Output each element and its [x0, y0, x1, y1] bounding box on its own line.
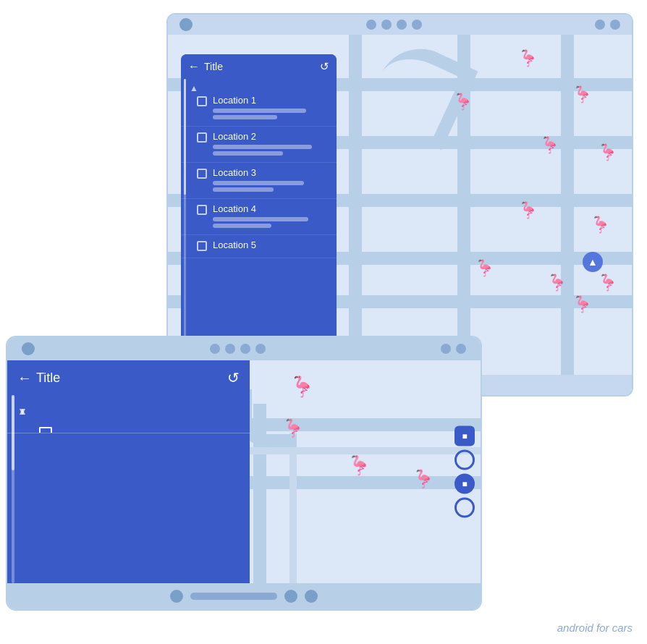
item-line-1	[213, 109, 306, 113]
back-icon[interactable]: ←	[188, 60, 200, 73]
small-panel-header-left: ← Title	[17, 370, 60, 386]
dot	[225, 344, 235, 354]
flamingo-icon: 🦩	[453, 93, 473, 111]
road	[246, 447, 481, 454]
item-content: Location 2	[213, 131, 329, 158]
dot	[610, 20, 620, 30]
item-checkbox[interactable]	[197, 96, 207, 106]
flamingo-icon: 🦩	[572, 295, 592, 314]
item-title: Location 4	[213, 203, 329, 214]
item-content: Location 5	[213, 240, 329, 253]
item-checkbox[interactable]	[197, 205, 207, 215]
flamingo-icon: 🦩	[289, 375, 315, 399]
list-item[interactable]: Location 1	[181, 90, 337, 127]
refresh-icon[interactable]: ↺	[227, 369, 240, 386]
item-title: Location 1	[213, 95, 329, 106]
brand-label: android for cars	[557, 622, 633, 634]
dot	[441, 344, 451, 354]
scroll-thumb	[184, 79, 186, 195]
large-panel-list[interactable]: ▲ Location 1 Location 2	[181, 79, 337, 368]
item-checkbox[interactable]	[197, 132, 207, 143]
dot	[170, 590, 183, 603]
small-panel-title: Title	[36, 370, 60, 386]
flamingo-icon: 🦩	[347, 454, 371, 477]
dot	[381, 20, 392, 30]
flamingo-icon: 🦩	[540, 136, 559, 155]
small-device-top-bar	[7, 337, 481, 360]
top-bar-dots-center	[366, 20, 422, 30]
item-line-2	[213, 115, 277, 119]
refresh-icon[interactable]: ↺	[320, 60, 329, 73]
list-item[interactable]: Location 3	[181, 163, 337, 199]
item-line-1	[213, 145, 312, 149]
large-device-top-bar	[168, 14, 632, 35]
list-item[interactable]: Location 2	[181, 127, 337, 163]
chevron-up-icon: ▲	[190, 83, 198, 93]
road	[289, 433, 297, 583]
top-bar-dots-right	[441, 344, 466, 354]
list-item[interactable]: Location 5	[181, 235, 337, 258]
dot	[412, 20, 422, 30]
dot	[22, 342, 35, 355]
dot	[595, 20, 605, 30]
flamingo-icon: 🦩	[518, 49, 538, 68]
dot	[210, 344, 220, 354]
dot	[255, 344, 266, 354]
small-device: 🦩 🦩 🦩 🦩 ▲ ■ ■ ← Title ↺	[6, 336, 482, 611]
item-checkbox[interactable]	[197, 169, 207, 179]
item-content: Location 1	[213, 95, 329, 122]
small-panel: ← Title ↺ ▲ Location 1	[7, 360, 250, 583]
large-panel: ← Title ↺ ▲ Location 1	[181, 54, 337, 368]
small-device-bottom-bar	[7, 583, 481, 609]
flamingo-icon: 🦩	[591, 216, 610, 234]
scroll-indicator	[184, 79, 186, 368]
item-line-2	[213, 187, 274, 192]
list-item[interactable]: Location 3	[7, 418, 250, 433]
list-item[interactable]: Location 4	[181, 199, 337, 235]
large-panel-header: ← Title ↺	[181, 54, 337, 79]
item-title: Location 2	[213, 131, 329, 142]
item-line-2	[213, 224, 271, 228]
item-line-1	[213, 181, 304, 185]
item-line-1	[213, 217, 308, 221]
item-title: Location 3	[213, 167, 329, 178]
nav-up-button[interactable]: ▲	[583, 252, 603, 272]
large-panel-header-left: ← Title	[188, 60, 223, 73]
small-panel-list[interactable]: ▲ Location 1 Location 2	[7, 395, 250, 583]
back-icon[interactable]: ←	[17, 370, 32, 386]
circle-button-2[interactable]: ■	[454, 474, 475, 494]
right-controls: ■ ■	[454, 426, 475, 518]
dot	[240, 344, 250, 354]
item-content: Location 4	[213, 203, 329, 230]
dot	[366, 20, 376, 30]
road	[349, 35, 362, 375]
top-bar-dots-left	[179, 18, 193, 31]
flamingo-icon: 🦩	[413, 469, 434, 489]
item-title: Location 5	[213, 240, 329, 250]
chevron-down-icon: ▼	[17, 405, 28, 417]
dot	[456, 344, 466, 354]
dot	[305, 590, 318, 603]
dot	[284, 590, 297, 603]
flamingo-icon: 🦩	[598, 274, 617, 292]
dot	[179, 18, 193, 31]
flamingo-icon: 🦩	[475, 259, 494, 278]
top-bar-dots-center	[210, 344, 266, 354]
stop-button[interactable]: ■	[454, 426, 475, 446]
flamingo-icon: 🦩	[572, 85, 592, 104]
flamingo-icon: 🦩	[547, 274, 567, 292]
flamingo-icon: 🦩	[282, 418, 304, 438]
top-bar-dots-right	[595, 20, 620, 30]
item-content: Location 3	[213, 167, 329, 194]
item-checkbox[interactable]	[197, 241, 207, 251]
pill	[190, 593, 277, 600]
circle-button-3[interactable]	[454, 498, 475, 518]
flamingo-icon: 🦩	[598, 143, 617, 162]
item-checkbox[interactable]	[39, 427, 52, 433]
circle-button-1[interactable]	[454, 450, 475, 470]
item-line-2	[213, 151, 283, 156]
dot	[397, 20, 407, 30]
flamingo-icon: 🦩	[518, 201, 538, 220]
top-bar-dots	[22, 342, 35, 355]
small-panel-header: ← Title ↺	[7, 360, 250, 395]
